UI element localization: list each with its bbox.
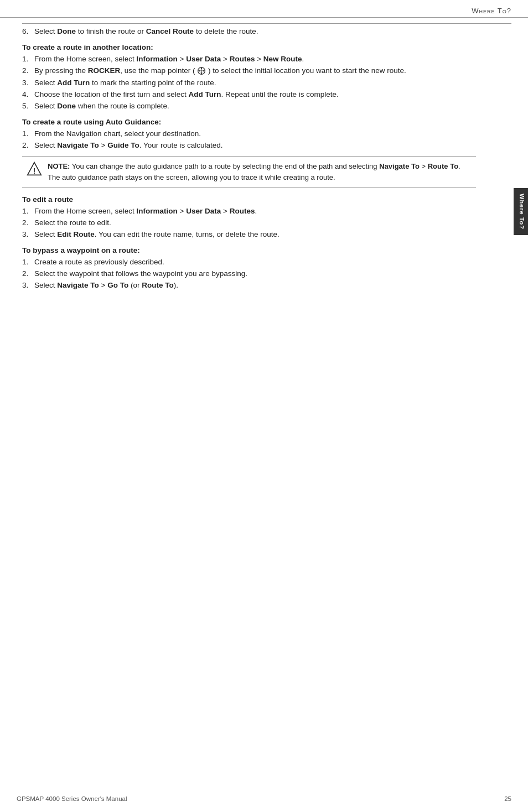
side-tab: Where To? [514,188,528,235]
s1-step5-text: Select Done when the route is complete. [34,102,476,110]
s2-step2-text: Select Navigate To > Guide To. Your rout… [34,141,476,149]
warning-icon: ! [27,161,42,176]
s3-step1-text: From the Home screen, select Information… [34,207,476,215]
main-content: 6. Select Done to finish the route or Ca… [0,24,493,315]
s2-step1-num: 1. [22,129,34,138]
s1-step4-num: 4. [22,90,34,98]
svg-text:!: ! [33,166,36,175]
section3-heading: To edit a route [22,195,476,204]
s1-step5: 5. Select Done when the route is complet… [22,102,476,110]
s1-step4: 4. Choose the location of the first turn… [22,90,476,98]
edit-route-bold: Edit Route [57,230,95,238]
go-to-bold: Go To [107,281,128,289]
user-data-bold-s3: User Data [186,207,221,215]
map-pointer-icon [197,66,206,75]
s3-step3-num: 3. [22,230,34,238]
s1-step2-text: By pressing the ROCKER, use the map poin… [34,66,476,75]
note-box: ! NOTE: You can change the auto guidance… [22,156,476,188]
page-footer: GPSMAP 4000 Series Owner's Manual 25 [0,795,528,802]
routes-bold: Routes [230,55,255,63]
s4-step2-num: 2. [22,269,34,278]
s4-step3: 3. Select Navigate To > Go To (or Route … [22,281,476,289]
add-turn-bold-3: Add Turn [57,79,90,87]
s1-step2-num: 2. [22,66,34,75]
navigate-to-bold-s4: Navigate To [57,281,99,289]
rocker-bold: ROCKER [88,66,121,75]
s2-step2: 2. Select Navigate To > Guide To. Your r… [22,141,476,149]
section2-heading: To create a route using Auto Guidance: [22,118,476,126]
s4-step2: 2. Select the waypoint that follows the … [22,269,476,278]
guide-to-bold: Guide To [107,141,139,149]
s4-step1-num: 1. [22,258,34,266]
step-6-num: 6. [22,27,34,35]
s3-step1: 1. From the Home screen, select Informat… [22,207,476,215]
step-6-text: Select Done to finish the route or Cance… [34,27,476,35]
s4-step1-text: Create a route as previously described. [34,258,476,266]
s1-step3-num: 3. [22,79,34,87]
s3-step1-num: 1. [22,207,34,215]
footer-manual: GPSMAP 4000 Series Owner's Manual [17,795,127,802]
footer-page: 25 [504,795,511,802]
done-bold: Done [57,27,76,35]
route-to-bold-note: Route To [428,162,458,170]
done-bold-5: Done [57,102,76,110]
routes-bold-s3: Routes [230,207,255,215]
s2-step2-num: 2. [22,141,34,149]
s2-step1-text: From the Navigation chart, select your d… [34,129,476,138]
s3-step3-text: Select Edit Route. You can edit the rout… [34,230,476,238]
route-to-bold-s4: Route To [142,281,174,289]
navigate-to-bold-s2: Navigate To [57,141,99,149]
s1-step3-text: Select Add Turn to mark the starting poi… [34,79,476,87]
s3-step3: 3. Select Edit Route. You can edit the r… [22,230,476,238]
information-bold-s3: Information [137,207,178,215]
page-header: Where To? [0,0,528,18]
step-6: 6. Select Done to finish the route or Ca… [22,27,476,35]
s3-step2-num: 2. [22,218,34,227]
cancel-route-bold: Cancel Route [146,27,194,35]
s1-step5-num: 5. [22,102,34,110]
s1-step1: 1. From the Home screen, select Informat… [22,55,476,63]
s3-step2: 2. Select the route to edit. [22,218,476,227]
s1-step1-text: From the Home screen, select Information… [34,55,476,63]
add-turn-bold-4: Add Turn [188,90,221,98]
s4-step3-num: 3. [22,281,34,289]
s4-step1: 1. Create a route as previously describe… [22,258,476,266]
section4-heading: To bypass a waypoint on a route: [22,246,476,254]
section1-heading: To create a route in another location: [22,43,476,51]
s1-step3: 3. Select Add Turn to mark the starting … [22,79,476,87]
header-title: Where To? [472,7,511,15]
navigate-to-bold-note: Navigate To [379,162,420,170]
user-data-bold: User Data [186,55,221,63]
note-text: NOTE: You can change the auto guidance p… [48,162,460,181]
s2-step1: 1. From the Navigation chart, select you… [22,129,476,138]
s3-step2-text: Select the route to edit. [34,218,476,227]
new-route-bold: New Route [263,55,302,63]
note-label: NOTE: [48,162,70,170]
s1-step2: 2. By pressing the ROCKER, use the map p… [22,66,476,75]
s1-step4-text: Choose the location of the first turn an… [34,90,476,98]
s4-step3-text: Select Navigate To > Go To (or Route To)… [34,281,476,289]
s1-step1-num: 1. [22,55,34,63]
information-bold: Information [137,55,178,63]
s4-step2-text: Select the waypoint that follows the way… [34,269,476,278]
